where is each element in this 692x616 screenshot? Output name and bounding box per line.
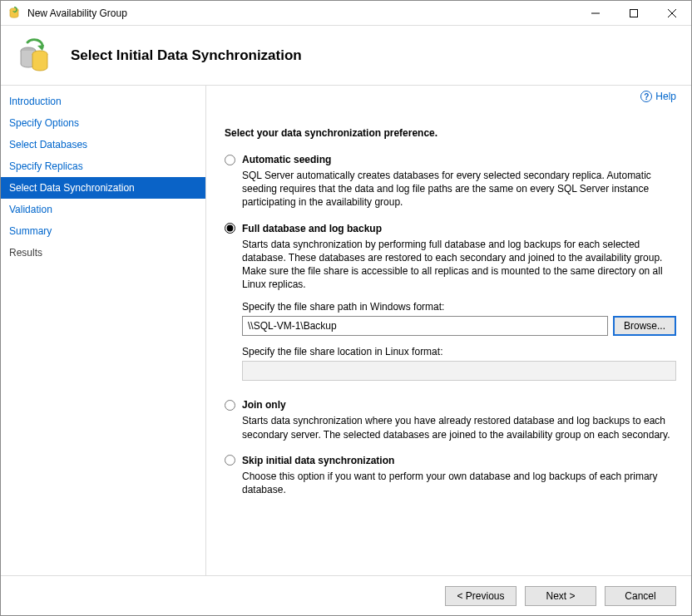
radio-skip-sync[interactable] (225, 455, 235, 466)
svg-rect-3 (630, 9, 638, 17)
linux-share-label: Specify the file share location in Linux… (242, 346, 676, 357)
previous-button[interactable]: < Previous (445, 586, 517, 606)
help-label: Help (655, 91, 676, 102)
titlebar: New Availability Group (1, 1, 691, 26)
option-skip-sync: Skip initial data synchronization Choose… (225, 455, 676, 496)
close-button[interactable] (653, 1, 691, 26)
next-button[interactable]: Next > (525, 586, 596, 606)
wizard-footer: < Previous Next > Cancel (1, 575, 691, 615)
radio-join-only[interactable] (225, 400, 235, 411)
label-automatic-seeding: Automatic seeding (242, 154, 331, 165)
browse-button[interactable]: Browse... (613, 316, 676, 336)
wizard-steps-sidebar: Introduction Specify Options Select Data… (1, 86, 205, 575)
radio-full-backup[interactable] (225, 223, 235, 234)
label-join-only: Join only (242, 399, 286, 411)
help-icon: ? (640, 91, 652, 102)
windows-share-row: Browse... (242, 316, 676, 336)
sync-prompt: Select your data synchronization prefere… (225, 127, 676, 139)
app-icon (7, 7, 21, 20)
label-full-backup: Full database and log backup (242, 223, 382, 234)
label-skip-sync: Skip initial data synchronization (242, 455, 394, 466)
window-title: New Availability Group (27, 7, 576, 19)
database-sync-icon (16, 37, 52, 74)
page-title: Select Initial Data Synchronization (71, 47, 302, 64)
step-specify-options[interactable]: Specify Options (1, 112, 205, 134)
help-link[interactable]: ? Help (640, 91, 676, 102)
radio-automatic-seeding[interactable] (225, 155, 235, 165)
option-automatic-row[interactable]: Automatic seeding (225, 154, 676, 165)
wizard-window: New Availability Group Select Initial Da… (0, 0, 692, 616)
desc-automatic-seeding: SQL Server automatically creates databas… (242, 169, 676, 209)
maximize-button[interactable] (615, 1, 653, 26)
step-select-data-synchronization[interactable]: Select Data Synchronization (1, 177, 205, 199)
desc-full-backup: Starts data synchronization by performin… (242, 238, 676, 292)
step-select-databases[interactable]: Select Databases (1, 134, 205, 155)
linux-share-section: Specify the file share location in Linux… (242, 346, 676, 381)
linux-share-input-disabled (242, 361, 676, 381)
step-specify-replicas[interactable]: Specify Replicas (1, 155, 205, 177)
minimize-button[interactable] (576, 1, 615, 26)
desc-join-only: Starts data synchronization where you ha… (242, 414, 676, 441)
desc-skip-sync: Choose this option if you want to perfor… (242, 470, 676, 496)
svg-marker-8 (37, 45, 44, 51)
windows-share-section: Specify the file share path in Windows f… (242, 301, 676, 336)
wizard-body: Introduction Specify Options Select Data… (1, 86, 691, 575)
option-join-row[interactable]: Join only (225, 399, 676, 411)
wizard-header: Select Initial Data Synchronization (1, 26, 691, 86)
windows-share-label: Specify the file share path in Windows f… (242, 301, 676, 313)
step-summary[interactable]: Summary (1, 220, 205, 242)
windows-share-input[interactable] (242, 316, 608, 336)
option-full-row[interactable]: Full database and log backup (225, 223, 676, 234)
cancel-button[interactable]: Cancel (605, 586, 676, 606)
step-validation[interactable]: Validation (1, 199, 205, 220)
step-introduction[interactable]: Introduction (1, 91, 205, 112)
wizard-content: ? Help Select your data synchronization … (205, 86, 691, 575)
option-full-backup: Full database and log backup Starts data… (225, 223, 676, 382)
option-skip-row[interactable]: Skip initial data synchronization (225, 455, 676, 466)
option-join-only: Join only Starts data synchronization wh… (225, 399, 676, 441)
window-controls (576, 1, 691, 26)
option-automatic-seeding: Automatic seeding SQL Server automatical… (225, 154, 676, 209)
step-results: Results (1, 242, 205, 264)
